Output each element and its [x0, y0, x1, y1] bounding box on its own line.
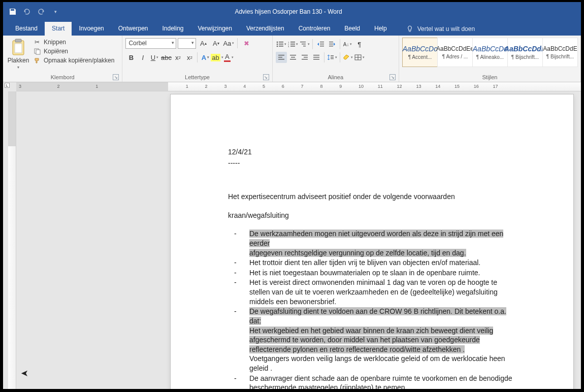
svg-rect-33: [304, 57, 308, 57]
clear-formatting-button[interactable]: ✖: [241, 38, 252, 49]
copy-button[interactable]: Kopiëren: [34, 48, 114, 55]
list-item: Het trottoir dient ten aller tijden vrij…: [249, 258, 516, 268]
styles-gallery[interactable]: AaBbCcDc¶ Accent... AaBbCcDdEe¶ Adres / …: [402, 38, 577, 67]
vertical-ruler[interactable]: [8, 91, 16, 389]
group-font: Corbel A▴ A▾ Aa ✖ B I U abc x2 x2 A: [122, 36, 272, 82]
numbering-button[interactable]: 123: [287, 39, 299, 50]
divider: [312, 39, 313, 49]
highlight-button[interactable]: ab: [211, 52, 222, 63]
format-painter-button[interactable]: Opmaak kopiëren/plakken: [34, 57, 114, 64]
window-title: Advies hijsen Osdorper Ban 130 - Word: [61, 8, 516, 15]
font-size-combo[interactable]: [178, 38, 196, 49]
svg-rect-20: [320, 42, 324, 42]
justify-button[interactable]: [311, 52, 322, 63]
strikethrough-button[interactable]: abc: [160, 52, 172, 63]
borders-button[interactable]: [354, 52, 365, 63]
svg-point-9: [276, 46, 278, 47]
tab-help[interactable]: Help: [367, 22, 394, 36]
tab-file[interactable]: Bestand: [8, 22, 45, 36]
horizontal-ruler[interactable]: 3211234567891011121314151617: [16, 82, 581, 91]
font-name-combo[interactable]: Corbel: [125, 38, 176, 49]
show-marks-button[interactable]: ¶: [354, 39, 365, 50]
style-item-4[interactable]: AaBbCcDdE¶ Bijschrift...: [542, 38, 578, 67]
svg-rect-1: [15, 39, 21, 42]
list-item: Het is vereist direct omwonenden minimaa…: [249, 278, 516, 306]
group-font-label: Lettertype: [185, 74, 210, 80]
doc-sep: -----: [228, 158, 516, 168]
superscript-button[interactable]: x2: [184, 52, 195, 63]
svg-rect-23: [329, 42, 333, 42]
text-effects-button[interactable]: A: [200, 52, 211, 63]
tab-layout[interactable]: Indeling: [155, 22, 190, 36]
svg-point-5: [276, 42, 278, 43]
font-color-button[interactable]: A: [223, 52, 234, 63]
page[interactable]: 12/4/21 ----- Het expertisecentrum advis…: [171, 94, 573, 389]
quick-access-toolbar: ▾: [7, 6, 61, 17]
svg-rect-36: [313, 57, 319, 57]
tab-home[interactable]: Start: [45, 22, 72, 36]
undo-icon[interactable]: [21, 6, 33, 17]
save-icon[interactable]: [7, 6, 18, 17]
tell-me-label: Vertel wat u wilt doen: [417, 25, 475, 32]
sort-button[interactable]: A↓: [342, 39, 353, 50]
paste-label: Plakken: [8, 57, 29, 64]
doc-section: kraan/wegafsluiting: [228, 211, 516, 220]
svg-rect-25: [329, 46, 333, 46]
style-item-0[interactable]: AaBbCcDc¶ Accent...: [402, 38, 438, 67]
svg-rect-27: [278, 57, 282, 57]
svg-rect-30: [291, 57, 295, 57]
tell-me[interactable]: Vertel wat u wilt doen: [394, 25, 480, 36]
svg-rect-31: [290, 59, 296, 59]
tab-view[interactable]: Beeld: [337, 22, 367, 36]
lightbulb-icon: [406, 25, 413, 32]
qat-customize-icon[interactable]: ▾: [50, 6, 61, 17]
clipboard-launcher-icon[interactable]: ↘: [113, 74, 119, 80]
divider: [197, 52, 198, 62]
svg-rect-12: [290, 42, 295, 43]
style-item-3[interactable]: AaBbCcDdE¶ Bijschrift...: [507, 38, 543, 67]
svg-rect-16: [290, 46, 295, 47]
copy-icon: [34, 48, 41, 55]
tab-selector-icon[interactable]: L: [5, 83, 10, 88]
decrease-indent-button[interactable]: [315, 39, 326, 50]
align-center-button[interactable]: [287, 52, 299, 63]
align-right-button[interactable]: [299, 52, 310, 63]
paragraph-launcher-icon[interactable]: ↘: [390, 74, 396, 80]
subscript-button[interactable]: x2: [172, 52, 183, 63]
shrink-font-button[interactable]: A▾: [210, 38, 221, 49]
shading-button[interactable]: [342, 52, 353, 63]
tab-design[interactable]: Ontwerpen: [111, 22, 155, 36]
group-paragraph-label: Alinea: [328, 74, 344, 80]
svg-rect-4: [36, 50, 40, 54]
svg-rect-34: [302, 59, 308, 59]
group-paragraph: 123 A↓ ¶: [273, 36, 399, 82]
group-styles: AaBbCcDc¶ Accent... AaBbCcDdEe¶ Adres / …: [399, 36, 581, 82]
bullets-button[interactable]: [276, 39, 287, 50]
svg-rect-39: [331, 57, 334, 57]
line-spacing-button[interactable]: [327, 52, 338, 63]
redo-icon[interactable]: [36, 6, 47, 17]
grow-font-button[interactable]: A▴: [198, 38, 209, 49]
style-item-1[interactable]: AaBbCcDdEe¶ Adres / ...: [437, 38, 473, 67]
scissors-icon: ✂: [34, 39, 41, 46]
bold-button[interactable]: B: [125, 52, 137, 63]
font-launcher-icon[interactable]: ↘: [263, 74, 269, 80]
style-item-2[interactable]: AaBbCcDc¶ Alineako...: [472, 38, 508, 67]
align-left-button[interactable]: [276, 52, 287, 63]
group-clipboard-label: Klembord: [51, 74, 75, 80]
svg-rect-18: [302, 44, 306, 44]
increase-indent-button[interactable]: [327, 39, 338, 50]
tab-references[interactable]: Verwijzingen: [191, 22, 239, 36]
svg-rect-32: [302, 55, 308, 55]
multilevel-list-button[interactable]: [299, 39, 310, 50]
divider: [324, 52, 325, 62]
italic-button[interactable]: I: [137, 52, 148, 63]
cut-button[interactable]: ✂ Knippen: [34, 39, 114, 46]
change-case-button[interactable]: Aa: [223, 38, 234, 49]
tab-mailings[interactable]: Verzendlijsten: [239, 22, 291, 36]
doc-date: 12/4/21: [228, 147, 516, 157]
underline-button[interactable]: U: [149, 52, 160, 63]
paste-button[interactable]: Plakken ▾: [6, 38, 30, 70]
tab-review[interactable]: Controleren: [291, 22, 338, 36]
tab-insert[interactable]: Invoegen: [72, 22, 111, 36]
